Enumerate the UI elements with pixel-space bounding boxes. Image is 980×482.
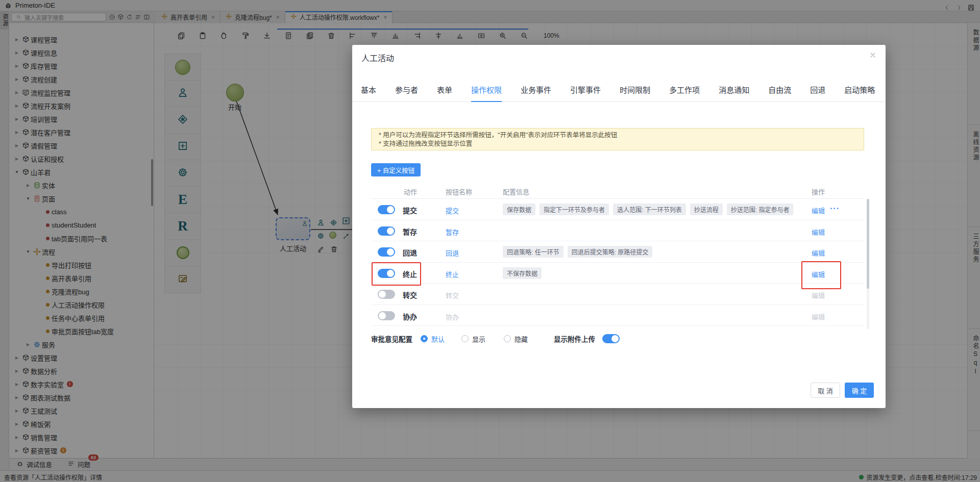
- opinion-config-label: 审批意见配置: [371, 334, 412, 344]
- toggle-协办[interactable]: [378, 311, 395, 320]
- application-window: Primeton-IDE 输入关键字搜索 AI 高开表单引用×克隆流程bug*×…: [0, 0, 980, 482]
- button-name-link[interactable]: 暂存: [446, 227, 459, 237]
- radio-unchecked-icon[interactable]: [504, 335, 511, 342]
- config-tag: 指定下一环节及参与者: [540, 204, 609, 215]
- config-tags: 保存数据指定下一环节及参与者选人范围: 下一环节列表抄送流程抄送范围: 指定参与…: [503, 204, 793, 215]
- button-name-link[interactable]: 提交: [446, 206, 459, 215]
- opinion-config-row: 审批意见配置默认显示隐藏显示附件上传: [371, 329, 620, 348]
- dialog-tab-操作权限[interactable]: 操作权限: [471, 81, 502, 102]
- button-name-link[interactable]: 终止: [446, 269, 459, 279]
- action-label: 终止: [403, 269, 417, 279]
- edit-link[interactable]: 编辑: [812, 269, 825, 279]
- button-permission-table: 动作 按钮名称 配置信息 操作 提交提交保存数据指定下一环节及参与者选人范围: …: [371, 183, 864, 326]
- toggle-终止[interactable]: [378, 269, 395, 278]
- config-tag: 回退策略: 任一环节: [503, 246, 564, 258]
- dialog-tab-参与者[interactable]: 参与者: [395, 81, 418, 102]
- dialog-tab-表单[interactable]: 表单: [437, 81, 452, 102]
- edit-link: 编辑: [812, 290, 825, 300]
- permission-row-提交: 提交提交保存数据指定下一环节及参与者选人范围: 下一环节列表抄送流程抄送范围: …: [371, 199, 864, 220]
- action-label: 协办: [403, 311, 417, 321]
- action-label: 回退: [403, 247, 417, 258]
- permission-row-协办: 协办协办编辑: [371, 305, 864, 326]
- edit-link[interactable]: 编辑: [812, 227, 825, 237]
- close-icon[interactable]: [867, 49, 878, 61]
- action-label: 转交: [403, 290, 417, 300]
- config-tags: 回退策略: 任一环节回退后提交策略: 原路径提交: [503, 246, 652, 258]
- permission-row-回退: 回退回退回退策略: 任一环节回退后提交策略: 原路径提交编辑: [371, 241, 864, 263]
- radio-label: 隐藏: [514, 334, 528, 344]
- radio-option-默认[interactable]: 默认: [421, 334, 445, 344]
- dialog-tab-时间限制[interactable]: 时间限制: [620, 81, 650, 102]
- dialog-tab-启动策略[interactable]: 启动策略: [844, 81, 875, 102]
- button-name-link[interactable]: 回退: [446, 248, 459, 258]
- more-actions-icon[interactable]: ···: [830, 204, 840, 213]
- confirm-button[interactable]: 确 定: [845, 383, 874, 398]
- config-tags: 不保存数据: [503, 267, 542, 279]
- cancel-button[interactable]: 取 消: [811, 383, 840, 398]
- config-tag: 回退后提交策略: 原路径提交: [568, 246, 653, 258]
- toggle-暂存[interactable]: [378, 226, 395, 236]
- permission-row-暂存: 暂存暂存编辑: [371, 220, 864, 242]
- edit-link[interactable]: 编辑: [812, 248, 825, 258]
- config-tag: 保存数据: [503, 204, 535, 215]
- notice-line-1: * 用户可以为流程指定环节选择所需按钮，"开关启用"表示对应环节表单将显示此按钮: [379, 131, 856, 139]
- radio-unchecked-icon[interactable]: [461, 335, 469, 342]
- radio-checked-icon[interactable]: [421, 335, 428, 342]
- attachment-upload-label: 显示附件上传: [554, 334, 595, 344]
- header-button-name: 按钮名称: [446, 187, 472, 196]
- radio-option-隐藏[interactable]: 隐藏: [504, 334, 528, 344]
- notice-line-2: * 支持通过拖拽改变按钮显示位置: [379, 140, 856, 148]
- toggle-回退[interactable]: [378, 247, 395, 257]
- dialog-tab-自由流[interactable]: 自由流: [768, 81, 791, 102]
- action-label: 暂存: [403, 226, 417, 237]
- add-custom-button[interactable]: + 自定义按钮: [371, 163, 421, 176]
- edit-link: 编辑: [812, 312, 825, 321]
- dialog-tabs: 基本参与者表单操作权限业务事件引擎事件时间限制多工作项消息通知自由流回退启动策略: [352, 81, 886, 102]
- dialog-tab-回退[interactable]: 回退: [810, 81, 825, 102]
- config-tag: 不保存数据: [503, 267, 542, 279]
- dialog-tab-消息通知[interactable]: 消息通知: [719, 81, 749, 102]
- notice-box: * 用户可以为流程指定环节选择所需按钮，"开关启用"表示对应环节表单将显示此按钮…: [371, 128, 864, 150]
- dialog-title: 人工活动: [361, 52, 394, 64]
- action-label: 提交: [403, 205, 417, 215]
- table-header: 动作 按钮名称 配置信息 操作: [371, 183, 864, 199]
- radio-option-显示[interactable]: 显示: [461, 334, 485, 344]
- manual-activity-dialog: 人工活动 基本参与者表单操作权限业务事件引擎事件时间限制多工作项消息通知自由流回…: [352, 45, 886, 408]
- table-scrollbar-thumb[interactable]: [867, 199, 869, 289]
- edit-link[interactable]: 编辑: [812, 206, 825, 215]
- radio-label: 默认: [431, 334, 445, 344]
- permission-row-终止: 终止终止不保存数据编辑: [371, 263, 864, 284]
- table-scrollbar[interactable]: [867, 199, 869, 329]
- dialog-tab-引擎事件[interactable]: 引擎事件: [570, 81, 601, 102]
- header-action: 动作: [404, 187, 417, 196]
- config-tag: 选人范围: 下一环节列表: [613, 204, 686, 215]
- toggle-转交[interactable]: [378, 290, 395, 299]
- config-tag: 抄送流程: [690, 204, 723, 215]
- dialog-tab-基本[interactable]: 基本: [361, 81, 376, 102]
- attachment-upload-toggle[interactable]: [602, 334, 620, 343]
- button-name-link: 转交: [446, 290, 459, 300]
- header-config-info: 配置信息: [503, 187, 529, 196]
- permission-row-转交: 转交转交编辑: [371, 284, 864, 305]
- config-tag: 抄送范围: 指定参与者: [727, 204, 794, 215]
- radio-label: 显示: [472, 334, 485, 344]
- button-name-link: 协办: [446, 312, 459, 321]
- dialog-tab-多工作项[interactable]: 多工作项: [669, 81, 700, 102]
- dialog-tab-业务事件[interactable]: 业务事件: [521, 81, 551, 102]
- toggle-提交[interactable]: [378, 205, 395, 214]
- header-operation: 操作: [812, 187, 825, 196]
